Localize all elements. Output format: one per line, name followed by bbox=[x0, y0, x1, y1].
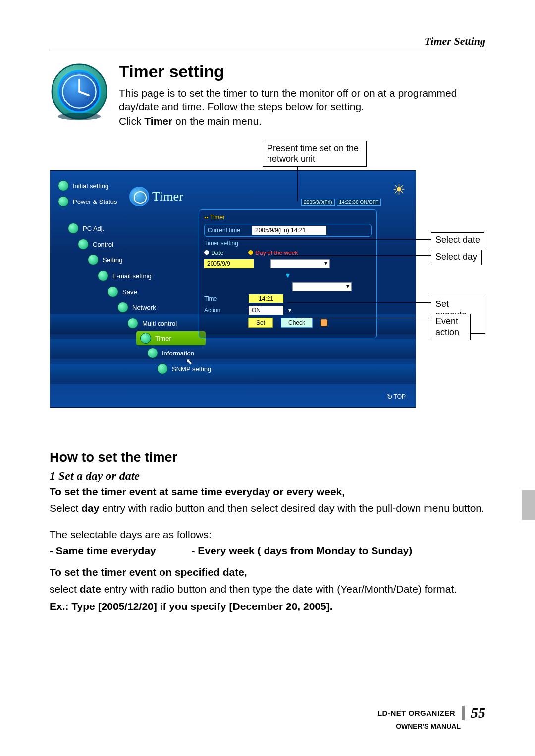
page-title: Timer setting bbox=[119, 62, 485, 81]
screenshot-area: Present time set on the network unit Sel… bbox=[50, 148, 485, 425]
svg-point-5 bbox=[58, 113, 101, 120]
panel-title: ▪▪ Timer bbox=[204, 214, 372, 221]
step1-p3: select date entry with radio button and … bbox=[50, 582, 485, 596]
callout-select-day: Select day bbox=[431, 250, 482, 265]
time-label: Time bbox=[204, 295, 244, 302]
current-time-value: 2005/9/9(Fri) 14:21 bbox=[252, 226, 326, 235]
action-select[interactable]: ON bbox=[249, 306, 283, 315]
step-1-title: 1Set a day or date bbox=[50, 469, 485, 483]
arrow-down-icon: ▼ bbox=[204, 271, 372, 279]
menu-network[interactable]: Network bbox=[116, 300, 206, 315]
sun-icon: ☀ bbox=[392, 181, 406, 198]
current-time-label: Current time bbox=[208, 227, 247, 234]
menu-email-setting[interactable]: E-mail setting bbox=[97, 268, 206, 284]
action-label: Action bbox=[204, 307, 244, 314]
ui-screenshot: Timer ☀ 2005/9/9(Fri)14:22:36 ON/OFF Ini… bbox=[50, 170, 416, 408]
step1-p1: Select day entry with radio button and t… bbox=[50, 502, 485, 515]
menu-save[interactable]: Save bbox=[107, 284, 206, 300]
set-button[interactable]: Set bbox=[248, 318, 273, 328]
timer-panel: ▪▪ Timer Current time 2005/9/9(Fri) 14:2… bbox=[199, 209, 377, 338]
side-thumb-tab bbox=[522, 490, 535, 520]
callout-present-time: Present time set on the network unit bbox=[263, 141, 367, 167]
callout-event-action: Event action bbox=[431, 314, 471, 340]
header-section-title: Timer Setting bbox=[50, 35, 485, 50]
menu-multi-control[interactable]: Multi control bbox=[126, 315, 206, 331]
action-indicator-icon bbox=[321, 319, 327, 326]
clock-icon bbox=[50, 62, 109, 121]
date-radio[interactable]: Date bbox=[204, 250, 223, 256]
day-dropdown-1[interactable] bbox=[270, 259, 330, 268]
menu-setting[interactable]: Setting bbox=[87, 252, 206, 268]
howto-heading: How to set the timer bbox=[50, 450, 485, 465]
step1-sub2: To set the timer event on specified date… bbox=[50, 565, 485, 579]
menu-pc-adj[interactable]: PC Adj. bbox=[67, 220, 206, 236]
step1-example: Ex.: Type [2005/12/20] if you specify [D… bbox=[50, 600, 485, 613]
side-menu: Initial setting Power & Status PC Adj. C… bbox=[57, 178, 206, 377]
step1-sub1: To set the timer event at same time ever… bbox=[50, 485, 485, 499]
callout-select-date: Select date bbox=[431, 232, 484, 248]
day-dropdown-2[interactable] bbox=[292, 282, 352, 291]
menu-information[interactable]: Information bbox=[146, 345, 206, 361]
intro-paragraph-1: This page is to set the timer to turn th… bbox=[119, 86, 485, 114]
menu-power-status[interactable]: Power & Status bbox=[57, 194, 206, 209]
menu-timer[interactable]: Timer bbox=[136, 331, 206, 345]
menu-snmp-setting[interactable]: SNMP setting bbox=[156, 361, 206, 377]
time-input[interactable]: 14:21 bbox=[249, 294, 283, 303]
intro-paragraph-2: Click Timer on the main menu. bbox=[119, 114, 485, 128]
menu-initial-setting[interactable]: Initial setting bbox=[57, 178, 206, 194]
date-input[interactable]: 2005/9/9 bbox=[204, 259, 254, 268]
menu-control[interactable]: Control bbox=[77, 236, 206, 252]
top-button[interactable]: TOP bbox=[387, 393, 406, 401]
selectable-days: - Same time everyday - Every week ( days… bbox=[50, 545, 485, 556]
page-footer: LD-NET ORGANIZER 55 OWNER'S MANUAL bbox=[377, 705, 485, 730]
page-number: 55 bbox=[471, 705, 485, 721]
timer-setting-label: Timer setting bbox=[204, 240, 372, 247]
check-button[interactable]: Check bbox=[281, 318, 313, 328]
step1-p2: The selectable days are as follows: bbox=[50, 528, 485, 542]
status-datetime: 2005/9/9(Fri)14:22:36 ON/OFF bbox=[301, 199, 381, 206]
